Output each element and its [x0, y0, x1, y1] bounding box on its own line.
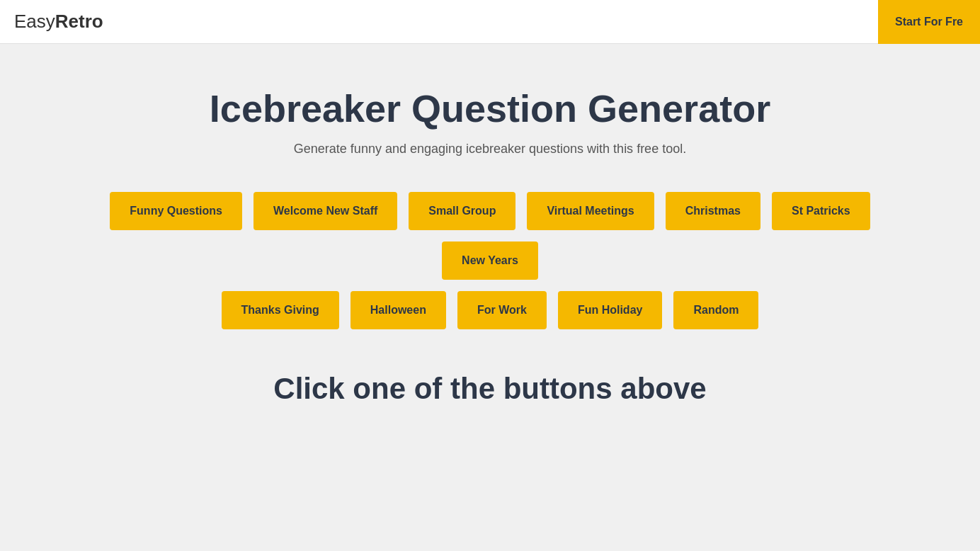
funny-questions-button[interactable]: Funny Questions [110, 192, 242, 230]
random-button[interactable]: Random [673, 291, 758, 329]
header: EasyRetro Start For Fre [0, 0, 980, 44]
thanks-giving-button[interactable]: Thanks Giving [222, 291, 339, 329]
new-years-button[interactable]: New Years [442, 242, 538, 280]
virtual-meetings-button[interactable]: Virtual Meetings [527, 192, 654, 230]
logo: EasyRetro [14, 11, 103, 33]
small-group-button[interactable]: Small Group [409, 192, 515, 230]
buttons-row-2: Thanks Giving Halloween For Work Fun Hol… [222, 291, 759, 329]
halloween-button[interactable]: Halloween [351, 291, 446, 329]
logo-easy: Easy [14, 11, 55, 32]
logo-retro: Retro [55, 11, 103, 32]
main-content: Icebreaker Question Generator Generate f… [0, 44, 980, 434]
cta-text: Click one of the buttons above [273, 372, 706, 406]
buttons-row-1: Funny Questions Welcome New Staff Small … [101, 192, 879, 280]
st-patricks-button[interactable]: St Patricks [772, 192, 870, 230]
start-for-free-button[interactable]: Start For Fre [878, 0, 980, 44]
category-buttons-section: Funny Questions Welcome New Staff Small … [101, 192, 879, 329]
welcome-new-staff-button[interactable]: Welcome New Staff [253, 192, 397, 230]
page-title: Icebreaker Question Generator [210, 86, 770, 130]
for-work-button[interactable]: For Work [457, 291, 547, 329]
christmas-button[interactable]: Christmas [666, 192, 760, 230]
fun-holiday-button[interactable]: Fun Holiday [558, 291, 663, 329]
page-subtitle: Generate funny and engaging icebreaker q… [294, 142, 686, 157]
